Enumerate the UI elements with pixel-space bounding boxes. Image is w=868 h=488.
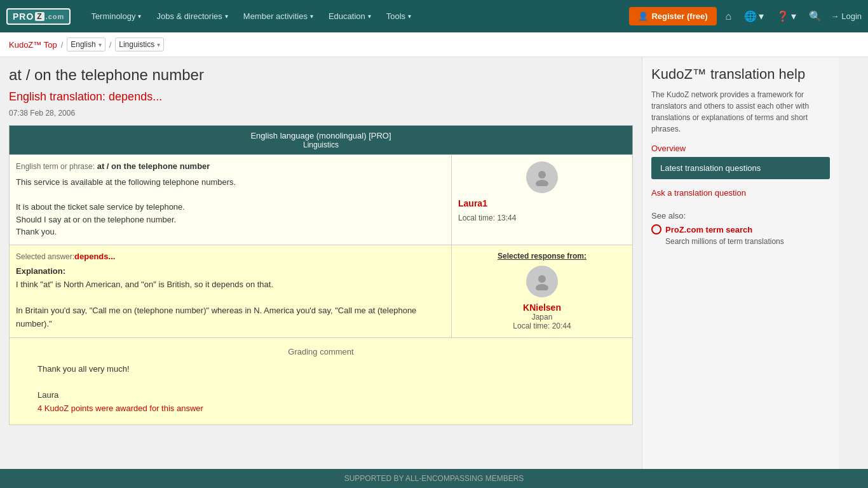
language-caret: ▾ xyxy=(759,10,764,22)
logo-com: .com xyxy=(46,13,65,20)
asker-local-time: Local time: 13:44 xyxy=(458,214,626,222)
logo-z: Z xyxy=(35,12,44,21)
question-line1: This service is available at the followi… xyxy=(16,176,445,189)
register-label: Register (free) xyxy=(651,11,707,21)
grading-cell: Grading comment Thank you all very much!… xyxy=(10,337,633,424)
answer-row: Selected answer:depends... Explanation: … xyxy=(10,245,633,337)
nav-terminology[interactable]: Terminology ▾ xyxy=(83,0,149,32)
nav-terminology-label: Terminology xyxy=(91,11,135,21)
logo[interactable]: PRO Z .com xyxy=(6,8,71,25)
explanation-line3: In Britain you'd say, "Call me on (telep… xyxy=(16,304,445,331)
breadcrumb-english-dropdown-icon[interactable]: ▾ xyxy=(98,41,102,48)
nav-jobs-caret: ▾ xyxy=(225,13,228,20)
proz-search-icon xyxy=(651,224,661,234)
breadcrumb-kudoz-top[interactable]: KudoZ™ Top xyxy=(9,40,57,50)
responder-time-label: Local time: xyxy=(513,322,550,330)
nav-tools-caret: ▾ xyxy=(408,13,411,20)
nav-education[interactable]: Education ▾ xyxy=(321,0,379,32)
nav-member-activities-label: Member activities xyxy=(243,11,308,21)
nav-tools[interactable]: Tools ▾ xyxy=(379,0,419,32)
question-row: English term or phrase: at / on the tele… xyxy=(10,155,633,245)
asker-avatar xyxy=(526,161,558,193)
svg-point-1 xyxy=(536,180,548,186)
question-line5: Thank you. xyxy=(16,226,445,238)
help-caret: ▾ xyxy=(791,10,796,22)
responder-name[interactable]: KNielsen xyxy=(458,302,626,313)
login-button[interactable]: → Login xyxy=(831,11,862,21)
nav-terminology-caret: ▾ xyxy=(138,13,141,20)
nav-right: 👤 Register (free) ⌂ 🌐 ▾ ❓ ▾ 🔍 → Login xyxy=(629,0,862,32)
grading-line1: Thank you all very much! xyxy=(37,363,604,376)
nav-member-activities[interactable]: Member activities ▾ xyxy=(236,0,321,32)
login-label: Login xyxy=(841,11,862,21)
sidebar-latest-btn[interactable]: Latest translation questions xyxy=(651,157,830,179)
help-icon: ❓ xyxy=(776,10,789,22)
term-line: English term or phrase: at / on the tele… xyxy=(16,161,445,171)
proz-search-link[interactable]: ProZ.com term search xyxy=(665,225,752,234)
question-line4: Should I say at or on the telephone numb… xyxy=(16,214,445,226)
sidebar-overview-link[interactable]: Overview xyxy=(651,144,830,153)
table-header-line1: English language (monolingual) [PRO] xyxy=(15,131,627,140)
breadcrumb: KudoZ™ Top / English ▾ / Linguistics ▾ xyxy=(0,32,868,57)
nav-member-activities-caret: ▾ xyxy=(310,13,313,20)
page-title: at / on the telephone number xyxy=(9,66,633,84)
nav-education-label: Education xyxy=(329,11,365,21)
home-icon: ⌂ xyxy=(726,11,732,22)
sidebar-title: KudoZ™ translation help xyxy=(651,66,830,83)
answer-left-cell: Selected answer:depends... Explanation: … xyxy=(10,245,452,337)
breadcrumb-english-select[interactable]: English ▾ xyxy=(67,37,105,51)
proz-search-desc: Search millions of term translations xyxy=(665,237,830,246)
selected-response-from: Selected response from: xyxy=(458,252,626,261)
selected-answer-label: Selected answer: xyxy=(16,252,74,261)
nav-jobs[interactable]: Jobs & directories ▾ xyxy=(149,0,235,32)
language-icon: 🌐 xyxy=(744,10,757,22)
home-button[interactable]: ⌂ xyxy=(722,0,736,32)
selected-answer-text: depends... xyxy=(74,252,115,261)
local-time-value: 13:44 xyxy=(497,214,516,222)
question-body: This service is available at the followi… xyxy=(16,176,445,238)
breadcrumb-linguistics-dropdown-icon[interactable]: ▾ xyxy=(157,41,160,48)
grading-content: Thank you all very much! Laura 4 KudoZ p… xyxy=(18,363,623,416)
translation-subtitle: English translation: depends... xyxy=(9,90,633,104)
question-right-cell: Laura1 Local time: 13:44 xyxy=(452,155,633,245)
explanation-line1: I think "at" is North American, and "on"… xyxy=(16,278,445,292)
sidebar-ask-link[interactable]: Ask a translation question xyxy=(651,188,830,198)
search-icon: 🔍 xyxy=(809,10,822,22)
responder-location: Japan xyxy=(458,313,626,322)
nav-jobs-label: Jobs & directories xyxy=(156,11,222,21)
sidebar: KudoZ™ translation help The KudoZ networ… xyxy=(642,57,839,488)
help-button[interactable]: ❓ ▾ xyxy=(773,0,800,32)
breadcrumb-linguistics-label: Linguistics xyxy=(119,40,154,49)
answer-right-cell: Selected response from: KNielsen Japan L… xyxy=(452,245,633,337)
breadcrumb-english-label: English xyxy=(71,40,95,49)
selected-answer-line: Selected answer:depends... xyxy=(16,252,445,261)
responder-avatar xyxy=(526,266,558,297)
explanation-text: I think "at" is North American, and "on"… xyxy=(16,278,445,331)
breadcrumb-sep-2: / xyxy=(109,40,112,50)
language-button[interactable]: 🌐 ▾ xyxy=(740,0,768,32)
nav-items: Terminology ▾ Jobs & directories ▾ Membe… xyxy=(83,0,629,32)
term-text: at / on the telephone number xyxy=(97,161,210,171)
kudoz-points-link[interactable]: 4 KudoZ points were awarded for this ans… xyxy=(37,403,203,413)
svg-point-2 xyxy=(538,275,546,283)
user-icon: 👤 xyxy=(638,11,648,21)
bottom-bar: SUPPORTED BY ALL-ENCOMPASSING MEMBERS xyxy=(0,469,868,488)
grading-asker: Laura xyxy=(37,389,604,402)
search-button[interactable]: 🔍 xyxy=(805,0,825,32)
table-header-line2: Linguistics xyxy=(15,140,627,149)
term-label: English term or phrase: xyxy=(16,162,95,171)
breadcrumb-linguistics-select[interactable]: Linguistics ▾ xyxy=(115,37,164,51)
top-navigation: PRO Z .com Terminology ▾ Jobs & director… xyxy=(0,0,868,32)
content-area: at / on the telephone number English tra… xyxy=(0,57,642,488)
asker-name[interactable]: Laura1 xyxy=(458,198,626,208)
question-line3: It is about the ticket sale service by t… xyxy=(16,201,445,214)
register-button[interactable]: 👤 Register (free) xyxy=(629,7,716,25)
question-left-cell: English term or phrase: at / on the tele… xyxy=(10,155,452,245)
svg-point-0 xyxy=(538,171,546,179)
nav-education-caret: ▾ xyxy=(368,13,371,20)
see-also-label: See also: xyxy=(651,211,830,220)
grading-header: Grading comment xyxy=(18,347,623,356)
local-time-label: Local time: xyxy=(458,214,495,222)
bottom-bar-text: SUPPORTED BY ALL-ENCOMPASSING MEMBERS xyxy=(344,474,524,483)
nav-tools-label: Tools xyxy=(386,11,405,21)
